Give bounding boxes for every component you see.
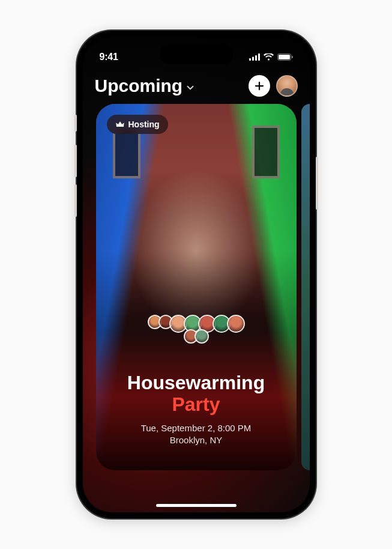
status-time: 9:41 [100, 52, 118, 62]
attendee-avatar [194, 329, 209, 344]
next-event-peek[interactable] [301, 104, 310, 470]
attendee-cluster[interactable] [145, 317, 247, 342]
filter-dropdown[interactable]: Upcoming [95, 76, 196, 96]
svg-rect-2 [255, 55, 257, 61]
event-title-line-1: Housewarming [108, 372, 285, 394]
profile-avatar[interactable] [276, 75, 298, 97]
svg-rect-5 [279, 55, 290, 59]
attendee-avatar [227, 315, 245, 333]
dynamic-island [160, 44, 233, 64]
svg-rect-1 [252, 57, 254, 61]
event-location: Brooklyn, NY [108, 435, 285, 445]
svg-rect-0 [249, 58, 251, 61]
plus-icon [254, 80, 265, 91]
svg-rect-6 [292, 56, 293, 58]
header: Upcoming [83, 71, 310, 100]
home-indicator[interactable] [156, 504, 237, 507]
wifi-icon [264, 53, 274, 61]
volume-down [74, 184, 77, 217]
volume-up [74, 145, 77, 177]
crown-icon [115, 120, 125, 129]
header-actions [249, 75, 298, 97]
filter-label: Upcoming [95, 76, 183, 96]
screen: 9:41 Upcoming [83, 37, 310, 512]
cellular-icon [249, 53, 260, 61]
phone-frame: 9:41 Upcoming [77, 31, 316, 518]
event-datetime: Tue, September 2, 8:00 PM [108, 423, 285, 433]
building-window [252, 126, 280, 178]
svg-rect-3 [258, 53, 260, 61]
event-info: Housewarming Party Tue, September 2, 8:0… [96, 372, 297, 445]
hosting-label: Hosting [128, 120, 160, 129]
chevron-down-icon [185, 82, 196, 93]
status-indicators [249, 53, 293, 61]
mute-switch [74, 115, 77, 132]
event-title: Housewarming Party [108, 372, 285, 416]
event-card[interactable]: Hosting Housewarming Party Tue, Septembe… [96, 104, 297, 470]
power-button [316, 157, 318, 210]
add-button[interactable] [249, 75, 270, 97]
event-title-line-2: Party [108, 394, 285, 416]
hosting-badge: Hosting [107, 115, 168, 134]
battery-icon [277, 53, 293, 61]
